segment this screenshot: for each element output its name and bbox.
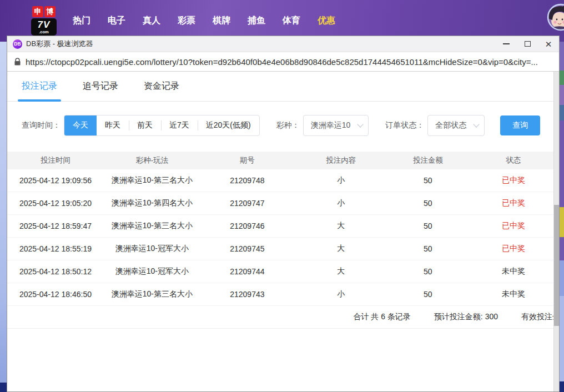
cell-status: 已中奖 [468,175,559,185]
maximize-button[interactable] [517,36,538,52]
filter-row: 查询时间： 今天昨天前天近7天近20天(低频) 彩种： 澳洲幸运10 订单状态：… [22,115,559,136]
cell-lottery-play: 澳洲幸运10-第三名大小 [104,221,200,231]
cell-bet-content: 小 [294,175,388,185]
cell-status: 已中奖 [468,244,559,254]
nav-menu-item[interactable]: 优惠 [318,15,335,27]
record-tab[interactable]: 投注记录 [22,72,57,101]
url-bar[interactable]: https://ctopcp02pcali.uengi5e.com/lotter… [7,52,559,72]
nav-menu-item[interactable]: 彩票 [178,15,195,27]
logo-badges: 申 博 [31,6,57,17]
table-row: 2025-04-12 18:50:12 澳洲幸运10-冠军大小 21209744… [7,260,559,283]
chevron-down-icon [357,121,364,127]
table-row: 2025-04-12 19:09:56 澳洲幸运10-第三名大小 2120974… [7,169,559,192]
cell-bet-amount: 50 [388,199,468,208]
cell-bet-content: 大 [294,267,388,277]
cell-bet-content: 小 [294,198,388,208]
time-filter-option[interactable]: 昨天 [97,115,129,135]
cell-bet-time: 2025-04-12 18:46:50 [7,290,104,299]
nav-menu-item[interactable]: 棋牌 [213,15,230,27]
cell-bet-amount: 50 [388,176,468,185]
cell-bet-time: 2025-04-12 18:55:19 [7,244,104,253]
cell-status: 未中奖 [468,289,559,299]
record-tabs: 投注记录追号记录资金记录 [7,72,559,102]
cell-lottery-play: 澳洲幸运10-第三名大小 [104,175,200,185]
scrollbar-thumb[interactable] [554,205,559,326]
cell-issue: 21209746 [200,222,294,230]
table-row: 2025-04-12 18:55:19 澳洲幸运10-冠军大小 21209745… [7,238,559,260]
window-title: DB彩票 - 极速浏览器 [26,39,93,49]
cell-status: 已中奖 [468,221,559,231]
cell-bet-amount: 50 [388,267,468,276]
cell-lottery-play: 澳洲幸运10-第四名大小 [104,198,200,208]
status-filter-label: 订单状态： [385,120,424,130]
site-logo[interactable]: 申 博 7V .com [31,6,57,36]
user-avatar[interactable] [547,3,564,31]
site-nav-menu: 热门电子真人彩票棋牌捕鱼体育优惠 [73,15,335,27]
table-header-row: 投注时间 彩种-玩法 期号 投注内容 投注金额 状态 [7,152,559,169]
nav-menu-item[interactable]: 捕鱼 [248,15,265,27]
favicon-icon: DB [13,39,22,49]
nav-menu-item[interactable]: 体育 [283,15,300,27]
cell-issue: 21209748 [200,176,294,185]
bet-records-table: 投注时间 彩种-玩法 期号 投注内容 投注金额 状态 2025-04-12 19… [7,152,559,329]
table-row: 2025-04-12 18:59:47 澳洲幸运10-第三名大小 2120974… [7,215,559,238]
logo-badge-left: 申 [32,6,43,17]
summary-total-records: 合计 共 6 条记录 [353,312,410,322]
cell-issue: 21209743 [200,290,294,299]
maximize-icon [525,41,531,47]
cell-status: 已中奖 [468,198,559,208]
close-button[interactable]: ✕ [538,36,559,52]
url-text: https://ctopcp02pcali.uengi5e.com/lotter… [26,57,538,67]
cell-issue: 21209744 [200,267,294,276]
table-summary-row: 合计 共 6 条记录 预计投注金额: 300 有效投注金 [7,306,559,329]
minimize-icon [503,43,510,44]
logo-brand-text: 7V [31,20,57,29]
avatar-image [547,3,564,31]
table-row: 2025-04-12 19:05:20 澳洲幸运10-第四名大小 2120974… [7,192,559,215]
time-filter-option[interactable]: 今天 [64,115,97,135]
cell-lottery-play: 澳洲幸运10-冠军大小 [104,244,200,254]
nav-menu-item[interactable]: 电子 [108,15,125,27]
header-status: 状态 [468,155,559,165]
cell-bet-time: 2025-04-12 19:05:20 [7,199,104,208]
status-select[interactable]: 全部状态 [427,115,485,136]
minimize-button[interactable] [496,36,517,52]
time-filter-group: 今天昨天前天近7天近20天(低频) [64,115,260,136]
window-title-bar: DB DB彩票 - 极速浏览器 ✕ [7,36,559,52]
search-button[interactable]: 查询 [500,115,540,135]
logo-brand: 7V .com [31,18,57,36]
window-controls: ✕ [496,36,559,52]
cell-lottery-play: 澳洲幸运10-冠军大小 [104,267,200,277]
cell-bet-content: 大 [294,221,388,231]
cell-bet-time: 2025-04-12 19:09:56 [7,176,104,185]
chevron-down-icon [474,121,480,127]
logo-brand-suffix: .com [31,30,57,34]
close-icon: ✕ [545,40,552,48]
lottery-filter-label: 彩种： [276,120,300,130]
record-tab[interactable]: 资金记录 [144,72,179,101]
lottery-select-value: 澳洲幸运10 [311,120,351,130]
record-tab[interactable]: 追号记录 [83,72,118,101]
nav-menu-item[interactable]: 热门 [73,15,90,27]
browser-window: DB DB彩票 - 极速浏览器 ✕ https://ctopcp02pcali.… [7,36,560,392]
header-bet-time: 投注时间 [7,155,104,165]
time-filter-option[interactable]: 近20天(低频) [198,115,259,135]
summary-expected-amount: 预计投注金额: 300 [434,312,498,322]
cell-lottery-play: 澳洲幸运10-第三名大小 [104,289,200,299]
time-filter-label: 查询时间： [22,120,61,130]
lock-icon [14,58,21,66]
cell-status: 未中奖 [468,267,559,277]
header-issue: 期号 [200,155,294,165]
header-lottery-play: 彩种-玩法 [104,155,200,165]
content-scrollbar[interactable] [553,72,559,391]
cell-bet-amount: 50 [388,222,468,230]
nav-menu-item[interactable]: 真人 [143,15,160,27]
logo-badge-right: 博 [44,6,56,17]
time-filter-option[interactable]: 前天 [129,115,161,135]
cell-issue: 21209745 [200,244,294,253]
header-bet-amount: 投注金额 [388,155,468,165]
cell-bet-content: 大 [294,244,388,254]
cell-bet-amount: 50 [388,244,468,253]
time-filter-option[interactable]: 近7天 [161,115,198,135]
lottery-select[interactable]: 澳洲幸运10 [303,115,369,136]
